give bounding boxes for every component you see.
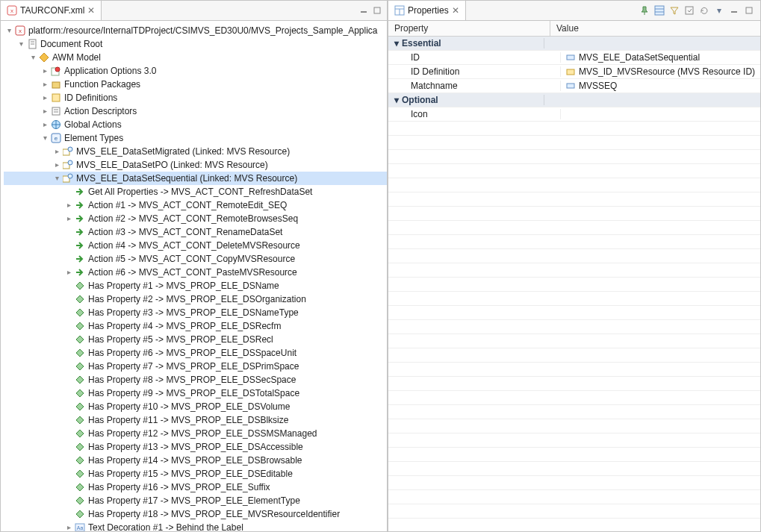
tree-item[interactable]: Has Property #13 -> MVS_PROP_ELE_DSAcces…: [4, 440, 387, 454]
tree-item[interactable]: Has Property #12 -> MVS_PROP_ELE_DSSMSMa…: [4, 427, 387, 440]
tree-item[interactable]: ▸Global Actions: [4, 118, 387, 131]
minimize-icon[interactable]: [727, 4, 741, 17]
property-row[interactable]: ID MVS_ELE_DataSetSequential: [388, 51, 760, 65]
property-icon: [74, 307, 86, 319]
tree-item[interactable]: Has Property #16 -> MVS_PROP_ELE_Suffix: [4, 481, 387, 494]
tree-item[interactable]: Has Property #7 -> MVS_PROP_ELE_DSPrimSp…: [4, 360, 387, 373]
expand-icon[interactable]: ▾: [4, 24, 14, 37]
tree-item[interactable]: Has Property #14 -> MVS_PROP_ELE_DSBrows…: [4, 454, 387, 467]
tree-item[interactable]: ▸Action Descriptors: [4, 104, 387, 118]
property-row[interactable]: ID Definition MVS_ID_MVSResource (MVS Re…: [388, 65, 760, 79]
arrow-right-icon: [74, 253, 86, 265]
tree-item[interactable]: Has Property #8 -> MVS_PROP_ELE_DSSecSpa…: [4, 373, 387, 387]
expand-icon[interactable]: ▾: [40, 131, 50, 145]
expand-icon[interactable]: ▸: [63, 521, 74, 531]
tree-item[interactable]: Action #4 -> MVS_ACT_CONT_DeleteMVSResou…: [4, 239, 387, 252]
category-row[interactable]: ▾Optional: [388, 93, 760, 107]
svg-rect-53: [686, 7, 693, 14]
svg-text:Aa: Aa: [77, 525, 84, 531]
pin-icon[interactable]: [638, 4, 651, 17]
svg-rect-14: [52, 107, 60, 115]
svg-point-21: [68, 147, 72, 151]
tree-item[interactable]: ▸Action #6 -> MVS_ACT_CONT_PasteMVSResou…: [4, 266, 387, 279]
editor-tab[interactable]: x TAURCONF.xml ✕: [1, 1, 102, 20]
expand-icon[interactable]: ▾: [16, 37, 26, 51]
category-row[interactable]: ▾Essential: [388, 37, 760, 51]
expand-icon[interactable]: ▸: [40, 64, 50, 78]
minimize-icon[interactable]: [358, 5, 369, 16]
collapse-icon[interactable]: ▾: [394, 38, 399, 48]
tree-item[interactable]: Get All Properties -> MVS_ACT_CONT_Refre…: [4, 185, 387, 198]
expand-icon[interactable]: ▸: [52, 158, 62, 172]
tree-item[interactable]: Action #5 -> MVS_ACT_CONT_CopyMVSResourc…: [4, 252, 387, 266]
tree-item[interactable]: Has Property #15 -> MVS_PROP_ELE_DSEdita…: [4, 467, 387, 481]
tree-item[interactable]: ▸Action #2 -> MVS_ACT_CONT_RemoteBrowses…: [4, 212, 387, 225]
tree-item[interactable]: ▾eElement Types: [4, 131, 387, 145]
expand-icon[interactable]: ▸: [40, 118, 50, 131]
actions-icon: [50, 105, 62, 117]
tree-item[interactable]: Has Property #10 -> MVS_PROP_ELE_DSVolum…: [4, 400, 387, 413]
expand-icon[interactable]: ▸: [40, 91, 50, 104]
tree-item[interactable]: Action #3 -> MVS_ACT_CONT_RenameDataSet: [4, 225, 387, 239]
tree-item[interactable]: Has Property #11 -> MVS_PROP_ELE_DSBlksi…: [4, 413, 387, 427]
view-menu-icon[interactable]: ▾: [712, 4, 726, 17]
svg-marker-37: [76, 430, 84, 437]
expand-icon[interactable]: ▸: [63, 212, 74, 225]
col-value[interactable]: Value: [550, 21, 585, 36]
tree-item[interactable]: Has Property #17 -> MVS_PROP_ELE_Element…: [4, 494, 387, 507]
categories-icon[interactable]: [653, 4, 666, 17]
expand-icon[interactable]: ▾: [52, 172, 62, 185]
property-icon: [74, 468, 86, 480]
svg-rect-56: [567, 55, 574, 60]
collapse-icon[interactable]: ▾: [394, 95, 399, 105]
tree-item[interactable]: ▸Function Packages: [4, 78, 387, 91]
expand-icon[interactable]: ▸: [63, 266, 74, 279]
text-value-icon: [565, 81, 576, 91]
tree-item-selected[interactable]: ▾MVS_ELE_DataSetSequential (Linked: MVS …: [4, 172, 387, 185]
property-row[interactable]: Icon: [388, 107, 760, 122]
svg-marker-39: [76, 457, 84, 464]
svg-marker-42: [76, 497, 84, 504]
svg-point-25: [68, 174, 72, 178]
maximize-icon[interactable]: [742, 4, 756, 17]
expand-icon[interactable]: ▸: [40, 78, 50, 91]
col-property[interactable]: Property: [388, 21, 550, 36]
close-icon[interactable]: ✕: [452, 5, 459, 16]
tree-item[interactable]: ▸MVS_ELE_DataSetMigrated (Linked: MVS Re…: [4, 145, 387, 158]
model-tree[interactable]: ▾ x platform:/resource/InternalTDProject…: [1, 21, 387, 531]
tree-item[interactable]: Has Property #4 -> MVS_PROP_ELE_DSRecfm: [4, 319, 387, 333]
tree-item[interactable]: ▸ID Definitions: [4, 91, 387, 104]
tree-item[interactable]: ▸Action #1 -> MVS_ACT_CONT_RemoteEdit_SE…: [4, 198, 387, 212]
maximize-icon[interactable]: [372, 5, 382, 16]
properties-grid[interactable]: ▾Essential ID MVS_ELE_DataSetSequential …: [388, 37, 760, 531]
expand-icon[interactable]: ▸: [40, 104, 50, 118]
tree-item[interactable]: Has Property #5 -> MVS_PROP_ELE_DSRecl: [4, 333, 387, 346]
tree-item[interactable]: ▸AaText Decoration #1 -> Behind the Labe…: [4, 521, 387, 531]
properties-tabbar: Properties ✕ ▾: [388, 1, 760, 21]
tree-item[interactable]: Has Property #3 -> MVS_PROP_ELE_DSNameTy…: [4, 306, 387, 319]
restore-defaults-icon[interactable]: [698, 4, 711, 17]
tree-item[interactable]: ▸Application Options 3.0: [4, 64, 387, 78]
property-row[interactable]: Matchname MVSSEQ: [388, 79, 760, 93]
filter-icon[interactable]: [668, 4, 681, 17]
svg-marker-38: [76, 443, 84, 451]
tree-item[interactable]: Has Property #2 -> MVS_PROP_ELE_DSOrgani…: [4, 292, 387, 306]
expand-icon[interactable]: ▸: [63, 198, 74, 212]
expand-icon[interactable]: ▾: [28, 51, 38, 64]
tree-item[interactable]: ▾ AWM Model: [4, 51, 387, 64]
tree-item[interactable]: Has Property #1 -> MVS_PROP_ELE_DSName: [4, 279, 387, 292]
tree-item[interactable]: Has Property #6 -> MVS_PROP_ELE_DSSpaceU…: [4, 346, 387, 360]
close-icon[interactable]: ✕: [87, 5, 95, 16]
expand-icon[interactable]: ▸: [52, 145, 62, 158]
svg-marker-28: [76, 309, 84, 316]
tree-item[interactable]: ▾ Document Root: [4, 37, 387, 51]
properties-tab[interactable]: Properties ✕: [388, 1, 466, 20]
property-icon: [74, 334, 86, 345]
tree-root[interactable]: ▾ x platform:/resource/InternalTDProject…: [4, 24, 387, 37]
property-icon: [74, 387, 86, 399]
tree-item[interactable]: Has Property #9 -> MVS_PROP_ELE_DSTotalS…: [4, 387, 387, 400]
tree-item[interactable]: ▸MVS_ELE_DataSetPO (Linked: MVS Resource…: [4, 158, 387, 172]
model-icon: [38, 51, 50, 63]
tree-item[interactable]: Has Property #18 -> MVS_PROP_ELE_MVSReso…: [4, 507, 387, 521]
show-advanced-icon[interactable]: [683, 4, 696, 17]
